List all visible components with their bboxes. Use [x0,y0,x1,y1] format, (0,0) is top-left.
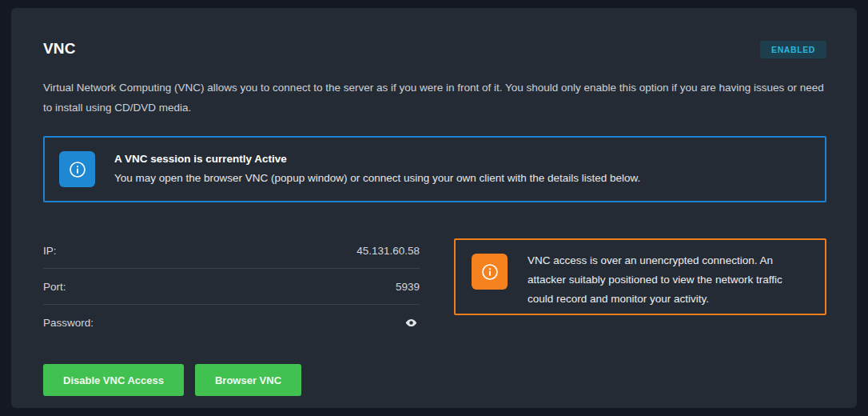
disable-vnc-access-button[interactable]: Disable VNC Access [43,364,184,396]
page-title: VNC [43,40,76,58]
port-value: 5939 [396,281,420,293]
ip-value: 45.131.60.58 [356,245,420,257]
card-header: VNC ENABLED [43,40,826,58]
vnc-session-active-alert: A VNC session is currently Active You ma… [43,136,826,202]
browser-vnc-button[interactable]: Browser VNC [195,364,301,396]
vnc-settings-card: VNC ENABLED Virtual Network Computing (V… [11,8,857,408]
reveal-password-button[interactable] [403,314,420,331]
status-badge: ENABLED [760,41,826,58]
unencrypted-warning-alert: VNC access is over an unencrypted connec… [454,238,826,315]
password-label: Password: [43,317,94,329]
connection-details-list: IP: 45.131.60.58 Port: 5939 Password: [43,233,420,341]
eye-icon [404,316,418,330]
password-row: Password: [43,305,420,341]
port-row: Port: 5939 [43,269,420,305]
action-buttons: Disable VNC Access Browser VNC [43,364,826,396]
info-icon [472,254,508,290]
info-alert-message: You may open the browser VNC (popup wind… [114,172,640,184]
warning-alert-message: VNC access is over an unencrypted connec… [528,251,809,309]
port-label: Port: [43,281,66,293]
vnc-description: Virtual Network Computing (VNC) allows y… [43,78,830,118]
info-icon [59,151,95,187]
info-alert-title: A VNC session is currently Active [114,153,640,165]
details-section: IP: 45.131.60.58 Port: 5939 Password: [43,233,826,341]
ip-row: IP: 45.131.60.58 [43,233,420,269]
ip-label: IP: [43,245,57,257]
info-alert-body: A VNC session is currently Active You ma… [114,151,640,184]
